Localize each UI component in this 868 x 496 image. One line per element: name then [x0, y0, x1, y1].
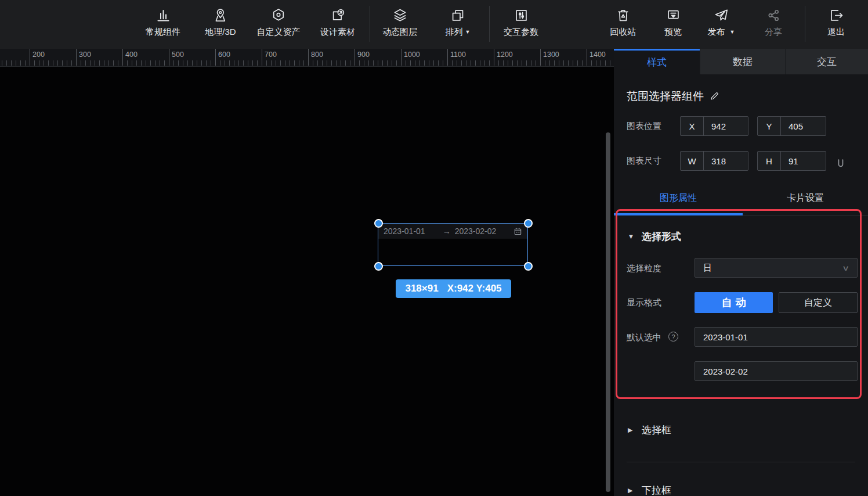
range-start-date: 2023-01-01: [384, 227, 425, 236]
toolbar-item-regular-components[interactable]: 常规组件: [146, 8, 180, 38]
arrange-icon: [450, 8, 465, 23]
section-collapsed-icon[interactable]: ▶: [628, 426, 632, 434]
resize-handle-bottom-left[interactable]: [374, 262, 383, 271]
ruler-label: 1300: [543, 51, 559, 59]
date-range-picker-component[interactable]: 2023-01-01 → 2023-02-02: [378, 224, 527, 239]
size-label: 图表尺寸: [627, 156, 661, 167]
y-value-input[interactable]: 405: [781, 117, 826, 135]
toolbar-item-arrange[interactable]: 排列▼: [446, 8, 471, 38]
resize-handle-top-left[interactable]: [374, 219, 383, 228]
granularity-select[interactable]: 日 ∨: [695, 258, 858, 278]
ruler-major-tick: [494, 49, 494, 66]
toolbar-item-dynamic-layers[interactable]: 动态图层: [382, 8, 417, 38]
h-value-input[interactable]: 91: [781, 152, 826, 170]
tab-interaction[interactable]: 交互: [785, 49, 868, 74]
top-toolbar: 常规组件 地理/3D 自定义资产 设计素材 动态图层 排列▼ 交互参数 回收站 …: [0, 0, 868, 49]
x-key: X: [681, 117, 704, 135]
toolbar-item-recycle-bin[interactable]: 回收站: [610, 8, 636, 38]
chevron-down-icon: ∨: [842, 264, 850, 272]
vertical-scrollbar[interactable]: [606, 132, 610, 492]
ruler-major-tick: [540, 49, 541, 66]
toolbar-item-geo-3d[interactable]: 地理/3D: [205, 8, 236, 38]
h-key: H: [758, 152, 781, 170]
design-asset-icon: [330, 8, 346, 23]
paper-plane-icon: [713, 8, 729, 23]
ruler-major-tick: [447, 49, 448, 66]
caret-down-icon: ▼: [465, 29, 471, 35]
preview-icon: [666, 8, 681, 23]
trash-recycle-icon: [616, 8, 631, 23]
toolbar-item-interaction-params[interactable]: 交互参数: [504, 8, 538, 38]
format-auto-button[interactable]: 自动: [695, 292, 773, 313]
component-title: 范围选择器组件: [627, 89, 719, 104]
toolbar-item-share[interactable]: 分享: [765, 8, 782, 38]
ruler-major-tick: [215, 49, 216, 66]
ruler-major-tick: [30, 49, 30, 66]
ruler-label: 500: [172, 51, 184, 59]
x-input-group[interactable]: X 942: [680, 116, 748, 136]
w-value-input[interactable]: 318: [704, 152, 748, 170]
toolbar-item-label: 排列▼: [446, 27, 471, 38]
ruler-major-tick: [262, 49, 262, 66]
section-dropdown-box[interactable]: 下拉框: [642, 484, 671, 496]
calendar-icon: [513, 227, 522, 236]
section-selection-box[interactable]: 选择框: [642, 423, 671, 437]
default-start-date-input[interactable]: 2023-01-01: [695, 327, 858, 347]
section-collapsed-icon[interactable]: ▶: [628, 487, 632, 494]
default-end-date-input[interactable]: 2023-02-02: [695, 361, 858, 381]
toolbar-item-label: 回收站: [610, 27, 636, 38]
toolbar-item-design-materials[interactable]: 设计素材: [320, 8, 355, 38]
toolbar-item-label: 动态图层: [382, 27, 417, 38]
range-arrow: →: [443, 227, 451, 236]
ruler-label: 700: [265, 51, 277, 59]
toolbar-item-preview[interactable]: 预览: [664, 8, 682, 38]
tooltip-position: X:942 Y:405: [447, 283, 502, 294]
aspect-link-icon[interactable]: [836, 156, 846, 168]
subtab-active-underline: [614, 213, 743, 215]
ruler-label: 1100: [450, 51, 466, 59]
ruler-major-tick: [355, 49, 355, 66]
w-input-group[interactable]: W 318: [680, 151, 748, 171]
design-canvas[interactable]: 2023-01-01 → 2023-02-02 318×91 X:942 Y:4…: [0, 67, 614, 496]
ruler-major-tick: [122, 49, 123, 66]
ruler-major-tick: [169, 49, 169, 66]
x-value-input[interactable]: 942: [704, 117, 748, 135]
format-custom-button[interactable]: 自定义: [779, 292, 858, 313]
size-position-tooltip: 318×91 X:942 Y:405: [396, 279, 511, 298]
layers-icon: [392, 8, 408, 23]
resize-handle-bottom-right[interactable]: [524, 262, 533, 271]
resize-handle-top-right[interactable]: [524, 219, 533, 228]
toolbar-item-label: 退出: [827, 27, 845, 38]
toolbar-item-label: 分享: [765, 27, 782, 38]
section-expand-icon[interactable]: ▼: [628, 233, 634, 240]
toolbar-divider: [370, 6, 370, 42]
toolbar-divider: [805, 6, 805, 42]
toolbar-item-label: 地理/3D: [205, 27, 236, 38]
help-icon[interactable]: ?: [668, 332, 678, 342]
subtab-card-settings[interactable]: 卡片设置: [787, 192, 824, 204]
tooltip-size: 318×91: [405, 283, 438, 294]
subtab-graphic-properties[interactable]: 图形属性: [660, 192, 697, 204]
w-key: W: [681, 152, 704, 170]
edit-pencil-icon[interactable]: [710, 91, 719, 101]
default-selected-label: 默认选中: [627, 332, 661, 343]
tab-data[interactable]: 数据: [700, 49, 785, 74]
toolbar-item-label: 自定义资产: [257, 27, 301, 38]
section-selection-form[interactable]: 选择形式: [642, 230, 681, 243]
ruler-label: 1000: [404, 51, 420, 59]
position-label: 图表位置: [627, 121, 661, 132]
toolbar-item-custom-assets[interactable]: 自定义资产: [257, 8, 301, 38]
toolbar-item-label: 预览: [664, 27, 682, 38]
ruler-label: 200: [32, 51, 45, 59]
ruler-major-tick: [308, 49, 309, 66]
map-pin-icon: [213, 8, 229, 23]
toolbar-item-exit[interactable]: 退出: [827, 8, 845, 38]
y-input-group[interactable]: Y 405: [757, 116, 826, 136]
toolbar-item-publish[interactable]: 发布▼: [708, 8, 735, 38]
caret-down-icon: ▼: [730, 29, 735, 35]
tab-style[interactable]: 样式: [614, 49, 700, 74]
h-input-group[interactable]: H 91: [757, 151, 826, 171]
properties-panel: 样式 数据 交互 范围选择器组件 图表位置 X 942 Y 405 图表尺寸 W…: [614, 49, 868, 496]
toolbar-item-label: 交互参数: [504, 27, 538, 38]
ruler-label: 900: [357, 51, 370, 59]
